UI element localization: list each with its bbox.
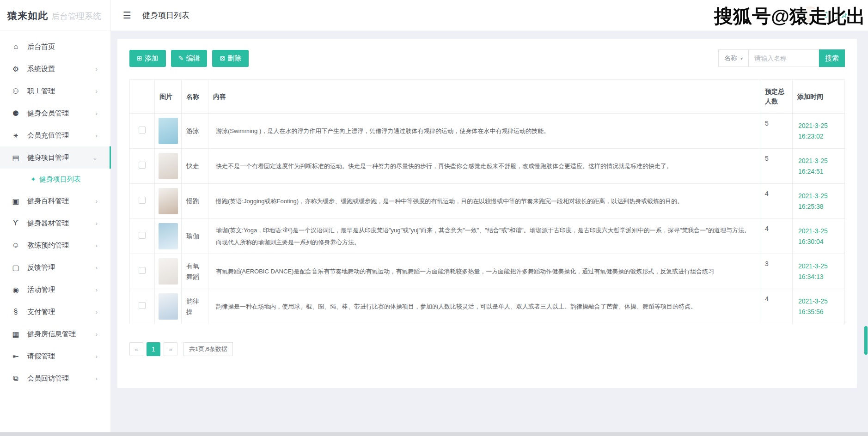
sidebar-item-label: 反馈管理 [27, 263, 55, 272]
sidebar-item-staff[interactable]: ⚇ 职工管理 › [0, 80, 110, 102]
chevron-down-icon: ▼ [852, 12, 857, 18]
page-title: 健身项目列表 [142, 10, 189, 21]
project-image [159, 118, 178, 144]
sidebar-item-label: 系统设置 [27, 65, 55, 73]
project-content: 韵律操是一种在场地内，使用球、棍、圈、绳、棒、带进行比赛的体操项目，参加的人数比… [208, 289, 760, 324]
project-time: 2021-3-25 16:23:02 [793, 114, 845, 149]
sidebar-item-members[interactable]: ⚈ 健身会员管理 › [0, 102, 110, 124]
card: ⊞ 添加 ✎ 编辑 ⊠ 删除 名称 ▾ [117, 39, 857, 388]
chevron-right-icon: › [96, 309, 98, 315]
sidebar-item-label: 教练预约管理 [27, 241, 69, 250]
delete-button-label: 删除 [227, 54, 241, 63]
delete-button[interactable]: ⊠ 删除 [212, 50, 249, 67]
sidebar-item-payment[interactable]: § 支付管理 › [0, 301, 110, 323]
activity-icon: ◉ [10, 285, 21, 294]
recharge-icon: ⚹ [10, 131, 21, 139]
sidebar-item-coach[interactable]: ☺ 教练预约管理 › [0, 234, 110, 256]
edit-button[interactable]: ✎ 编辑 [171, 50, 208, 67]
brand-subtitle: 后台管理系统 [51, 12, 101, 21]
column-header [130, 80, 155, 114]
search-input[interactable] [749, 49, 819, 67]
chevron-right-icon: › [96, 132, 98, 139]
table-row: 游泳 游泳(Swimming )，是人在水的浮力作用下产生向上漂浮，凭借浮力通过… [130, 114, 845, 149]
row-checkbox[interactable] [139, 267, 146, 274]
row-checkbox[interactable] [139, 127, 146, 133]
sidebar-item-feedback[interactable]: ▢ 反馈管理 › [0, 256, 110, 279]
project-date: 2021-3-25 [798, 261, 842, 271]
revisit-icon: ⧉ [10, 374, 21, 382]
chevron-right-icon: › [96, 353, 98, 360]
sidebar-subitem-label: 健身项目列表 [39, 175, 81, 184]
next-page-button[interactable]: » [164, 342, 177, 356]
user-menu[interactable]: 猿来入此 ▼ [801, 6, 857, 24]
sidebar-item-gym-info[interactable]: ▦ 健身房信息管理 › [0, 323, 110, 345]
brand-name: 猿来如此 [7, 10, 48, 21]
sidebar-item-settings[interactable]: ⚙ 系统设置 › [0, 58, 110, 80]
avatar[interactable] [801, 6, 819, 24]
row-checkbox[interactable] [139, 302, 146, 309]
sidebar-item-label: 健身百科管理 [27, 197, 69, 206]
sidebar-item-recharge[interactable]: ⚹ 会员充值管理 › [0, 124, 110, 146]
sidebar-item-equipment[interactable]: ϒ 健身器材管理 › [0, 212, 110, 234]
project-time-value: 16:34:13 [798, 272, 842, 282]
checkbox-cell [130, 219, 155, 254]
search-field-select[interactable]: 名称 ▾ [718, 49, 749, 67]
sidebar-item-wiki[interactable]: ▣ 健身百科管理 › [0, 190, 110, 212]
staff-icon: ⚇ [10, 87, 21, 96]
row-checkbox[interactable] [139, 232, 146, 239]
hamburger-icon[interactable]: ☰ [123, 10, 131, 21]
project-time: 2021-3-25 16:30:04 [793, 219, 845, 254]
sidebar-menu: ⌂ 后台首页 ⚙ 系统设置 › ⚇ 职工管理 › ⚈ 健身会员管理 › ⚹ 会员… [0, 31, 110, 389]
sidebar-item-projects[interactable]: ▤ 健身项目管理 ⌄ [0, 146, 110, 169]
chevron-right-icon: › [96, 264, 98, 271]
column-header: 图片 [155, 80, 182, 114]
chevron-right-icon: ⌄ [92, 154, 98, 161]
sidebar: 猿来如此后台管理系统 ⌂ 后台首页 ⚙ 系统设置 › ⚇ 职工管理 › ⚈ 健身… [0, 0, 111, 436]
project-count: 4 [760, 289, 793, 324]
user-name[interactable]: 猿来入此 [822, 11, 848, 19]
sidebar-item-leave[interactable]: ⇤ 请假管理 › [0, 345, 110, 367]
add-button[interactable]: ⊞ 添加 [129, 50, 166, 67]
plus-square-icon: ⊞ [137, 54, 142, 62]
search-button[interactable]: 搜索 [819, 49, 845, 67]
table-row: 有氧舞蹈 有氧舞蹈(AEROBIC DANCE)是配合音乐有节奏地舞动的有氧运动… [130, 254, 845, 289]
sidebar-item-label: 请假管理 [27, 352, 55, 361]
chevron-right-icon: › [96, 110, 98, 117]
current-page-button[interactable]: 1 [147, 342, 160, 356]
settings-icon: ⚙ [10, 65, 21, 73]
sidebar-item-label: 支付管理 [27, 308, 55, 316]
project-content: 慢跑(英语:Jogging或称Footing)，亦称为缓步、缓跑或缓步跑，是一种… [208, 184, 760, 219]
sidebar-item-label: 活动管理 [27, 285, 55, 294]
project-content: 瑜珈(英文:Yoga，印地语:योग)是一个汉语词汇，最早是从印度梵语"yug"… [208, 219, 760, 254]
row-checkbox[interactable] [139, 162, 146, 169]
sidebar-subitem-project-list[interactable]: ✦ 健身项目列表 [0, 169, 110, 190]
image-cell [155, 254, 182, 289]
pagination-info: 共1页,6条数据 [183, 342, 233, 356]
checkbox-cell [130, 254, 155, 289]
checkbox-cell [130, 149, 155, 184]
sidebar-item-home[interactable]: ⌂ 后台首页 [0, 36, 110, 58]
leave-icon: ⇤ [10, 352, 21, 361]
prev-page-button[interactable]: « [129, 342, 143, 356]
sidebar-item-label: 健身房信息管理 [27, 330, 76, 339]
project-count: 5 [760, 149, 793, 184]
project-time-value: 16:30:04 [798, 236, 842, 247]
checkbox-cell [130, 184, 155, 219]
scrollbar-thumb[interactable] [864, 326, 868, 355]
project-count: 4 [760, 219, 793, 254]
checkbox-cell [130, 114, 155, 149]
feedback-icon: ▢ [10, 263, 21, 272]
topbar: ☰ 健身项目列表 猿来入此 ▼ [111, 0, 868, 31]
row-checkbox[interactable] [139, 197, 146, 204]
app-root: 猿来如此后台管理系统 ⌂ 后台首页 ⚙ 系统设置 › ⚇ 职工管理 › ⚈ 健身… [0, 0, 868, 436]
project-name: 慢跑 [182, 184, 208, 219]
sidebar-item-revisit[interactable]: ⧉ 会员回访管理 › [0, 367, 110, 389]
sidebar-item-label: 职工管理 [27, 87, 55, 96]
project-count: 4 [760, 184, 793, 219]
search-field-label: 名称 [724, 54, 737, 62]
table-row: 韵律操 韵律操是一种在场地内，使用球、棍、圈、绳、棒、带进行比赛的体操项目，参加… [130, 289, 845, 324]
project-content: 快走不是一个有着固定速度作为判断标准的运动。快走是一种努力的尽量快的步行，再快些… [208, 149, 760, 184]
edit-button-label: 编辑 [186, 54, 200, 63]
sidebar-item-activity[interactable]: ◉ 活动管理 › [0, 279, 110, 301]
members-icon: ⚈ [10, 109, 21, 118]
